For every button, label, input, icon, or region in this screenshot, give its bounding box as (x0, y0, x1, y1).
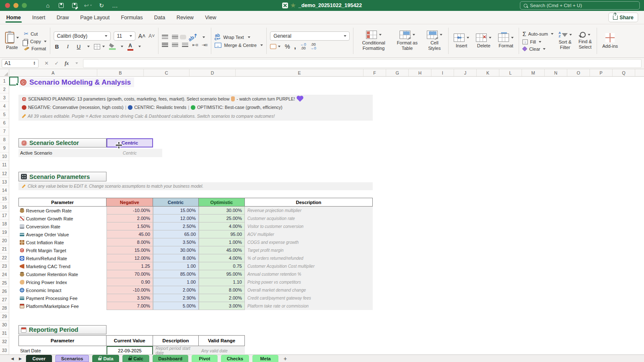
previous-sheet-arrow[interactable]: ◀ (11, 357, 14, 361)
row-header[interactable]: 29 (0, 313, 9, 321)
column-header[interactable]: I (431, 69, 454, 76)
parameter-name-cell[interactable]: Revenue Growth Rate (18, 207, 106, 215)
search-input[interactable]: Search (Cmd + Ctrl + U) (520, 1, 640, 10)
negative-value-cell[interactable]: 8.00% (106, 238, 153, 246)
align-middle-button[interactable] (172, 35, 178, 39)
parameter-name-cell[interactable]: Return/Refund Rate (18, 254, 106, 262)
row-header[interactable]: 17 (0, 212, 9, 220)
column-header[interactable]: N (545, 69, 567, 76)
underline-dropdown[interactable] (87, 46, 90, 47)
centric-value-cell[interactable]: 2.50% (153, 222, 199, 230)
sheet-tab[interactable]: Meta (252, 355, 278, 362)
ribbon-tab[interactable]: Data (154, 12, 165, 23)
negative-value-cell[interactable]: 45.00 (106, 230, 153, 238)
row-header[interactable]: 28 (0, 304, 9, 313)
sheet-tab[interactable]: Cover (26, 355, 52, 362)
italic-button[interactable]: I (65, 43, 71, 50)
parameter-name-cell[interactable]: Conversion Rate (18, 222, 106, 230)
ribbon-tab[interactable]: View (205, 12, 216, 23)
optimistic-value-cell[interactable]: 0.75 (199, 262, 245, 270)
accounting-format-button[interactable] (270, 44, 280, 49)
row-header[interactable]: 18 (0, 220, 9, 228)
add-sheet-button[interactable]: + (278, 355, 292, 362)
increase-indent-button[interactable]: ⇥≡ (202, 42, 208, 48)
save-icon[interactable] (58, 3, 65, 8)
negative-value-cell[interactable]: 7.00% (106, 302, 153, 310)
parameter-name-cell[interactable]: Profit Margin Target (18, 246, 106, 254)
merge-centre-button[interactable]: Merge & Centre (215, 43, 263, 48)
optimistic-value-cell[interactable]: 2.00% (199, 294, 245, 302)
sheet-tab[interactable]: Calc (122, 355, 149, 362)
addins-button[interactable]: Add-ins (600, 32, 619, 50)
close-window-button[interactable] (5, 3, 10, 8)
centric-value-cell[interactable]: 2.00% (153, 286, 199, 294)
optimistic-value-cell[interactable]: 8.00% (199, 286, 245, 294)
home-icon[interactable]: ⌂ (44, 3, 51, 8)
centric-value-cell[interactable]: 2.90% (153, 294, 199, 302)
scenario-selector-cell[interactable]: Centric (106, 138, 153, 147)
ribbon-tab[interactable]: Draw (57, 12, 69, 23)
row-header[interactable]: 20 (0, 237, 9, 245)
ribbon-tab[interactable]: Insert (32, 12, 45, 23)
row-header[interactable]: 7 (0, 127, 9, 136)
column-header[interactable]: M (522, 69, 545, 76)
column-header[interactable]: F (364, 69, 386, 76)
parameter-name-cell[interactable]: Payment Processing Fee (18, 294, 106, 302)
next-sheet-arrow[interactable]: ▶ (19, 357, 22, 361)
align-center-button[interactable] (172, 43, 178, 47)
optimistic-value-cell[interactable]: 95.00% (199, 270, 245, 278)
sort-filter-button[interactable]: AZ Sort &Filter (557, 31, 574, 51)
underline-button[interactable]: U (75, 44, 82, 50)
orientation-button[interactable]: ab↗ (187, 32, 199, 42)
parameter-name-cell[interactable]: Platform/Marketplace Fee (18, 302, 106, 310)
column-header[interactable]: D (190, 69, 236, 76)
decrease-font-size-button[interactable]: A˅ (148, 33, 155, 39)
optimistic-value-cell[interactable]: 30.00% (199, 207, 245, 215)
bold-button[interactable]: B (54, 44, 60, 50)
undo-icon[interactable]: ↩ (85, 3, 91, 8)
row-header[interactable]: 14 (0, 186, 9, 194)
align-left-button[interactable] (162, 43, 168, 47)
active-scenario-row[interactable]: Active Scenario Centric (18, 149, 162, 157)
zoom-window-button[interactable] (22, 3, 27, 8)
parameter-name-cell[interactable]: Economic Impact (18, 286, 106, 294)
row-header[interactable]: 16 (0, 203, 9, 211)
font-size-select[interactable]: 11 (114, 31, 135, 41)
row-header[interactable]: 13 (0, 178, 9, 186)
ribbon-tab[interactable]: Formulas (121, 12, 143, 23)
column-header[interactable]: C (144, 69, 190, 76)
number-format-select[interactable]: General (270, 31, 350, 41)
optimistic-value-cell[interactable]: 1.00% (199, 238, 245, 246)
row-header[interactable]: 10 (0, 153, 9, 161)
format-painter-button[interactable]: Format (24, 46, 47, 51)
row-header[interactable]: 25 (0, 279, 9, 287)
row-header[interactable]: 9 (0, 144, 9, 153)
row-header[interactable]: 12 (0, 169, 9, 178)
more-commands-icon[interactable]: … (112, 3, 118, 8)
centric-value-cell[interactable]: 1.00 (153, 278, 199, 286)
confirm-entry-icon[interactable]: ✓ (55, 60, 59, 66)
delete-cells-button[interactable]: Delete (474, 33, 493, 49)
column-header[interactable]: R (635, 69, 644, 76)
fill-color-dropdown[interactable] (121, 46, 123, 47)
row-header[interactable]: 22 (0, 253, 9, 262)
row-header[interactable]: 30 (0, 321, 9, 329)
centric-value-cell[interactable]: 5.00% (153, 302, 199, 310)
optimistic-value-cell[interactable]: 4.00% (199, 254, 245, 262)
format-as-table-button[interactable]: Format as Table (394, 30, 421, 52)
insert-function-icon[interactable]: fx (65, 60, 69, 67)
ribbon-tab[interactable]: Review (177, 12, 194, 23)
sheet-tab[interactable]: Checks (221, 355, 249, 362)
conditional-formatting-button[interactable]: Conditional Formatting (357, 30, 390, 52)
column-header[interactable]: Q (613, 69, 635, 76)
comma-style-button[interactable]: , (294, 43, 296, 50)
negative-value-cell[interactable]: 1.50% (106, 222, 153, 230)
align-right-button[interactable] (182, 43, 188, 47)
optimistic-value-cell[interactable]: 3.00% (199, 302, 245, 310)
column-header[interactable]: B (97, 69, 144, 76)
row-header[interactable]: 19 (0, 228, 9, 237)
decrease-indent-button[interactable]: ⇤≡ (192, 42, 198, 48)
fill-color-button[interactable] (109, 43, 116, 50)
share-button[interactable]: Share (608, 13, 638, 22)
centric-value-cell[interactable]: 30.00% (153, 246, 199, 254)
